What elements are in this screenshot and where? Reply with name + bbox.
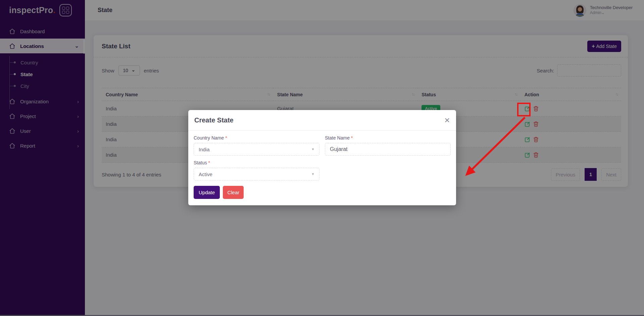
status-select[interactable]: Active ▼ — [194, 168, 319, 180]
modal-header: Create State ✕ — [188, 110, 456, 130]
modal-body: Country Name * India ▼ State Name * Stat… — [188, 130, 456, 199]
caret-down-icon: ▼ — [311, 148, 314, 151]
status-field: Status * Active ▼ — [194, 160, 319, 180]
modal-title: Create State — [194, 116, 234, 124]
state-name-input[interactable] — [325, 143, 451, 156]
close-icon[interactable]: ✕ — [444, 117, 450, 124]
status-label: Status * — [194, 160, 319, 165]
state-label: State Name * — [325, 135, 451, 141]
state-field: State Name * — [325, 135, 451, 156]
app-root: inspectPro. Dashboard Locations ⌄ Countr… — [0, 0, 644, 316]
modal-actions: Update Clear — [194, 186, 451, 199]
caret-down-icon: ▼ — [311, 172, 314, 176]
clear-button[interactable]: Clear — [223, 186, 244, 199]
required-asterisk: * — [208, 160, 210, 165]
update-button[interactable]: Update — [194, 186, 220, 199]
country-label: Country Name * — [194, 135, 319, 141]
required-asterisk: * — [351, 135, 353, 141]
required-asterisk: * — [225, 135, 227, 141]
country-field: Country Name * India ▼ — [194, 135, 319, 156]
create-state-modal: Create State ✕ Country Name * India ▼ St… — [188, 110, 456, 205]
country-select[interactable]: India ▼ — [194, 143, 319, 156]
